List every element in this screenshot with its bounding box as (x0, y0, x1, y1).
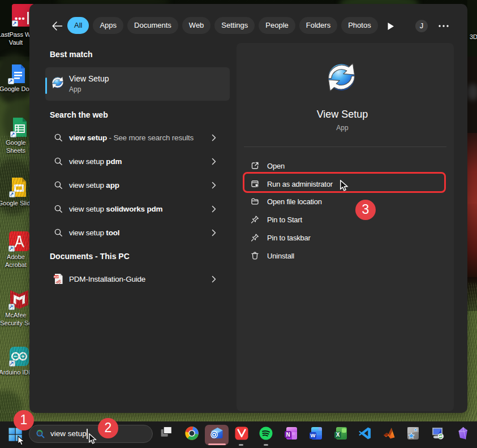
svg-text:PDF: PDF (54, 275, 59, 278)
svg-text:W: W (311, 432, 316, 438)
svg-text:N: N (286, 432, 290, 438)
svg-text:X: X (336, 432, 340, 438)
